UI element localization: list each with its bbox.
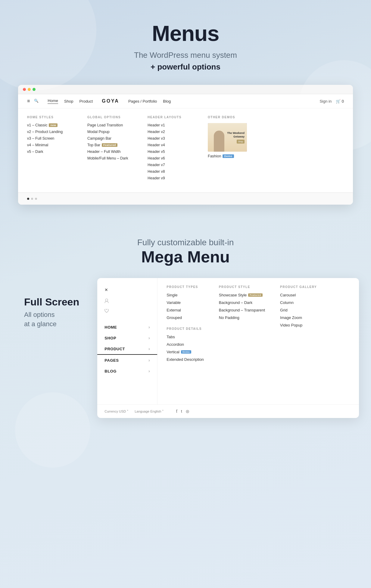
fullscreen-label: Full Screen All options at a glance (12, 278, 85, 335)
carousel-dot-2[interactable] (31, 198, 33, 200)
fs-item[interactable]: Grouped (167, 315, 204, 320)
carousel-dots-bar (18, 193, 353, 205)
mega-menu-title: Mega Menu (12, 247, 359, 266)
fs-item[interactable]: Showcase Style Featured (219, 293, 265, 297)
nav-icons (27, 98, 39, 104)
social-twitter[interactable]: t (181, 409, 182, 414)
fs-nav-home[interactable]: HOME (97, 322, 157, 333)
mega-col-home-styles: HOME STYLES v1 – Classic new v2 – Produc… (27, 116, 75, 185)
mega-item[interactable]: Top Bar Featured (87, 143, 136, 147)
mega-col-global-options: GLOBAL OPTIONS Page Load Transition Moda… (87, 116, 136, 185)
mega-item[interactable]: Header v9 (148, 176, 196, 180)
mega-col-header-layouts: HEADER LAYOUTS Header v1 Header v2 Heade… (148, 116, 196, 185)
heart-icon (104, 309, 150, 314)
fs-col-heading-details: PRODUCT DETAILS (167, 327, 204, 330)
fs-sidebar: HOME SHOP PRODUCT PAGES BLOG (97, 278, 157, 404)
fs-content: PRODUCT TYPES Single Variable External G… (157, 278, 359, 404)
fs-item[interactable]: Single (167, 293, 204, 297)
fs-nav-items: HOME SHOP PRODUCT PAGES BLOG (97, 322, 157, 376)
close-icon[interactable] (97, 284, 157, 299)
mega-item[interactable]: Campaign Bar (87, 136, 136, 141)
fullscreen-heading: Full Screen (24, 296, 79, 308)
fs-item[interactable]: Video Popup (280, 323, 317, 327)
demo-thumbnail[interactable]: The WeekendGetaway Shop (208, 123, 247, 152)
mega-col-heading-header: HEADER LAYOUTS (148, 116, 196, 119)
fs-nav-blog[interactable]: BLOG (97, 366, 157, 376)
mega-item[interactable]: Header v2 (148, 130, 196, 134)
fs-item[interactable]: Variable (167, 300, 204, 305)
nav-link-blog[interactable]: Blog (163, 99, 171, 104)
mega-item[interactable]: Header v5 (148, 150, 196, 154)
mega-col-heading-global: GLOBAL OPTIONS (87, 116, 136, 119)
mega-item[interactable]: v3 – Full Screen (27, 136, 75, 141)
carousel-dot-1[interactable] (27, 198, 29, 200)
mega-item[interactable]: v2 – Product Landing (27, 130, 75, 134)
mega-item[interactable]: Header v7 (148, 163, 196, 167)
fs-item[interactable]: Extended Description (167, 357, 204, 362)
fs-footer: Currency USD ˅ Language English ˅ f t ◎ (97, 404, 359, 418)
nav-links: Home Shop Product GOYA Pages / Portfolio… (48, 98, 320, 104)
mega-item[interactable]: Header – Full Width (87, 150, 136, 154)
fs-item[interactable]: Carousel (280, 293, 317, 297)
fs-col-product-types: PRODUCT TYPES Single Variable External G… (167, 285, 204, 397)
social-facebook[interactable]: f (176, 409, 177, 414)
mega-item-fashion[interactable]: Fashion Demo (208, 154, 256, 158)
fs-item[interactable]: Image Zoom (280, 315, 317, 320)
mega-item[interactable]: v5 – Dark (27, 150, 75, 154)
fs-inner: HOME SHOP PRODUCT PAGES BLOG (97, 278, 359, 404)
bg-circle-3 (15, 392, 90, 468)
mega-item[interactable]: Header v8 (148, 169, 196, 174)
mega-col-heading-home: HOME STYLES (27, 116, 75, 119)
fs-item[interactable]: Vertical Demo (167, 350, 204, 354)
fs-icons (97, 299, 157, 319)
mega-item[interactable]: Header v4 (148, 143, 196, 147)
currency-label: Currency USD ˅ (104, 410, 129, 413)
fs-item[interactable]: Background – Transparent (219, 308, 265, 312)
nav-link-home[interactable]: Home (48, 98, 58, 104)
search-icon[interactable] (34, 98, 39, 104)
fs-col-heading-types: PRODUCT TYPES (167, 285, 204, 289)
svg-point-0 (105, 299, 108, 301)
fs-item[interactable]: Column (280, 300, 317, 305)
fs-nav-pages[interactable]: PAGES (97, 355, 157, 366)
mega-menu-subtitle: Fully customizable built-in (12, 238, 359, 247)
mega-col-other-demos: OTHER DEMOS The WeekendGetaway Shop Fash… (208, 116, 256, 185)
fs-col-heading-style: PRODUCT STYLE (219, 285, 265, 289)
mega-col-heading-other: OTHER DEMOS (208, 116, 256, 119)
language-label: Language English ˅ (135, 410, 164, 413)
social-links: f t ◎ (176, 409, 189, 414)
fs-nav-product[interactable]: PRODUCT (97, 343, 157, 355)
mega-item[interactable]: Header v1 (148, 123, 196, 127)
fs-col-product-style: PRODUCT STYLE Showcase Style Featured Ba… (219, 285, 265, 397)
mega-item[interactable]: v1 – Classic new (27, 123, 75, 127)
mega-item[interactable]: Mobile/Full Menu – Dark (87, 156, 136, 160)
fs-item[interactable]: Grid (280, 308, 317, 312)
fs-col-product-gallery: PRODUCT GALLERY Carousel Column Grid Ima… (280, 285, 317, 397)
fullscreen-mockup: HOME SHOP PRODUCT PAGES BLOG (97, 278, 359, 418)
page-wrapper: Menus The WordPress menu system + powerf… (0, 0, 371, 588)
fs-item[interactable]: Background – Dark (219, 300, 265, 305)
user-icon (104, 299, 150, 304)
mega-menu-section: Fully customizable built-in Mega Menu (0, 223, 371, 278)
mega-item[interactable]: Page Load Transition (87, 123, 136, 127)
nav-link-shop[interactable]: Shop (64, 99, 73, 104)
mega-item[interactable]: Header v6 (148, 156, 196, 160)
nav-link-product[interactable]: Product (79, 99, 93, 104)
fullscreen-desc: All options at a glance (24, 310, 79, 329)
cart-icon[interactable]: 🛒 0 (336, 99, 344, 104)
fs-col-heading-gallery: PRODUCT GALLERY (280, 285, 317, 289)
hamburger-icon[interactable] (27, 98, 30, 104)
fs-item[interactable]: Tabs (167, 335, 204, 339)
social-instagram[interactable]: ◎ (186, 409, 189, 414)
fs-item[interactable]: Accordion (167, 342, 204, 347)
nav-link-pages[interactable]: Pages / Portfolio (128, 99, 157, 104)
mega-item[interactable]: v4 – Minimal (27, 143, 75, 147)
fs-nav-shop[interactable]: SHOP (97, 333, 157, 343)
mega-item[interactable]: Header v3 (148, 136, 196, 141)
fs-item[interactable]: No Padding (219, 315, 265, 320)
fs-item[interactable]: External (167, 308, 204, 312)
brand-logo: GOYA (102, 98, 119, 104)
carousel-dot-3[interactable] (35, 198, 37, 200)
mega-item[interactable]: Modal Popup (87, 130, 136, 134)
